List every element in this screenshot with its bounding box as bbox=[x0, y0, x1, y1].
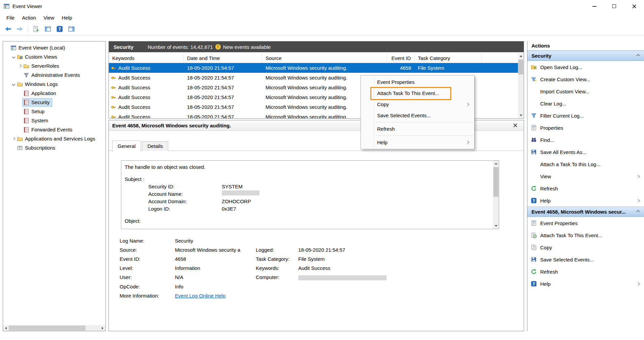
tab-details[interactable]: Details bbox=[142, 141, 168, 151]
event-log-online-help-link[interactable]: Event Log Online Help bbox=[175, 293, 225, 299]
show-console-tree-button[interactable] bbox=[42, 24, 53, 34]
expander-collapsed-icon[interactable] bbox=[17, 65, 23, 67]
titlebar: Event Viewer bbox=[0, 0, 644, 12]
menu-separator bbox=[375, 122, 473, 122]
context-menu-save-selected-events[interactable]: Save Selected Events... bbox=[361, 110, 474, 121]
scroll-down-button[interactable] bbox=[518, 113, 524, 118]
log-summary-bar: Security Number of events: 14,42,671 ! N… bbox=[109, 41, 524, 52]
help-icon bbox=[531, 281, 537, 287]
action-refresh-event[interactable]: Refresh bbox=[527, 266, 644, 278]
action-attach-a-task-to-this-log[interactable]: Attach a Task To this Log... bbox=[527, 158, 644, 170]
action-find[interactable]: Find... bbox=[527, 134, 644, 146]
save-icon bbox=[531, 256, 537, 262]
column-header-source[interactable]: Source bbox=[262, 53, 387, 63]
scroll-right-button[interactable] bbox=[100, 325, 105, 331]
export-list-button[interactable] bbox=[31, 24, 41, 34]
column-header-event-id[interactable]: Event ID bbox=[387, 53, 415, 63]
action-properties[interactable]: Properties bbox=[527, 122, 644, 134]
object-heading: Object: bbox=[125, 217, 489, 225]
scrollbar-thumb[interactable] bbox=[9, 326, 86, 331]
tree-item-applications-and-services-logs[interactable]: Applications and Services Logs bbox=[3, 134, 105, 143]
scrollbar-thumb[interactable] bbox=[518, 60, 523, 74]
menu-action[interactable]: Action bbox=[18, 13, 40, 22]
event-description-box[interactable]: The handle to an object was closed. Subj… bbox=[121, 160, 499, 229]
menu-file[interactable]: File bbox=[3, 13, 18, 22]
scroll-left-button[interactable] bbox=[3, 325, 9, 331]
audit-success-key-icon bbox=[111, 75, 116, 81]
tree-item-custom-views[interactable]: Custom Views bbox=[3, 52, 105, 61]
actions-section-security[interactable]: Security bbox=[527, 51, 644, 61]
tree-item-setup[interactable]: Setup bbox=[3, 107, 105, 116]
scroll-up-button[interactable] bbox=[493, 161, 499, 166]
action-copy[interactable]: Copy bbox=[527, 241, 644, 253]
tree-item-serverroles[interactable]: ServerRoles bbox=[3, 61, 105, 70]
description-vertical-scrollbar[interactable] bbox=[493, 161, 499, 229]
folder-icon bbox=[17, 136, 23, 142]
action-help-event[interactable]: Help bbox=[527, 278, 644, 290]
maximize-button[interactable] bbox=[604, 0, 624, 12]
help-icon bbox=[531, 197, 537, 204]
submenu-chevron-icon bbox=[637, 282, 640, 285]
filter-icon bbox=[531, 113, 537, 119]
field-value: Audit Success bbox=[298, 265, 406, 271]
audit-success-key-icon bbox=[111, 85, 116, 90]
redacted-account-name bbox=[222, 190, 259, 195]
tree-item-event-viewer-local[interactable]: Event Viewer (Local) bbox=[3, 43, 105, 52]
tree-horizontal-scrollbar[interactable] bbox=[3, 325, 105, 331]
context-menu-refresh[interactable]: Refresh bbox=[361, 123, 474, 134]
column-header-keywords[interactable]: Keywords bbox=[109, 53, 184, 63]
actions-section-event-4658[interactable]: Event 4658, Microsoft Windows secur... bbox=[527, 207, 644, 217]
action-open-saved-log[interactable]: Open Saved Log... bbox=[527, 61, 644, 73]
tree-item-subscriptions[interactable]: Subscriptions bbox=[3, 143, 105, 152]
context-menu-attach-task-to-this-event[interactable]: Attach Task To This Event... bbox=[361, 88, 474, 99]
collapse-icon bbox=[637, 210, 640, 214]
expander-expanded-icon[interactable] bbox=[11, 56, 16, 58]
tree-item-windows-logs[interactable]: Windows Logs bbox=[3, 80, 105, 89]
back-button[interactable] bbox=[3, 24, 13, 34]
column-header-task-category[interactable]: Task Category bbox=[415, 53, 482, 63]
event-list-vertical-scrollbar[interactable] bbox=[518, 53, 524, 118]
tree-item-administrative-events[interactable]: Administrative Events bbox=[3, 70, 105, 80]
close-icon bbox=[632, 4, 637, 9]
show-action-pane-button[interactable] bbox=[66, 24, 76, 34]
forward-button[interactable] bbox=[14, 24, 25, 34]
toolbar-help-button[interactable] bbox=[54, 24, 65, 34]
tab-general[interactable]: General bbox=[112, 141, 141, 151]
submenu-chevron-icon bbox=[466, 141, 469, 144]
menu-view[interactable]: View bbox=[40, 13, 58, 22]
action-import-custom-view[interactable]: Import Custom View... bbox=[527, 85, 644, 97]
scrollbar-thumb[interactable] bbox=[493, 167, 498, 197]
tree-item-security[interactable]: Security bbox=[3, 98, 105, 107]
column-header-date-and-time[interactable]: Date and Time bbox=[184, 53, 262, 63]
minimize-button[interactable] bbox=[584, 0, 604, 12]
action-save-all-events-as[interactable]: Save All Events As... bbox=[527, 146, 644, 158]
tree-item-application[interactable]: Application bbox=[3, 89, 105, 98]
event-row-selected[interactable]: Audit Success 18-05-2020 21:54:57 Micros… bbox=[109, 63, 524, 73]
scroll-up-button[interactable] bbox=[518, 53, 524, 59]
action-event-properties[interactable]: Event Properties bbox=[527, 217, 644, 229]
close-preview-icon[interactable] bbox=[512, 122, 518, 128]
action-view[interactable]: View bbox=[527, 170, 644, 182]
window-title: Event Viewer bbox=[12, 3, 42, 9]
event-log-icon bbox=[23, 109, 29, 115]
action-help[interactable]: Help bbox=[527, 194, 644, 207]
scroll-down-button[interactable] bbox=[493, 223, 499, 229]
action-save-selected-events[interactable]: Save Selected Events... bbox=[527, 253, 644, 266]
event-context-menu: Event Properties Attach Task To This Eve… bbox=[361, 75, 474, 149]
action-refresh[interactable]: Refresh bbox=[527, 182, 644, 194]
actions-title: Actions bbox=[527, 41, 644, 51]
expander-collapsed-icon[interactable] bbox=[11, 137, 16, 140]
close-button[interactable] bbox=[624, 0, 644, 12]
log-name: Security bbox=[114, 44, 133, 50]
action-filter-current-log[interactable]: Filter Current Log... bbox=[527, 110, 644, 122]
tree-item-system[interactable]: System bbox=[3, 116, 105, 125]
context-menu-event-properties[interactable]: Event Properties bbox=[361, 76, 474, 88]
context-menu-help[interactable]: Help bbox=[361, 137, 474, 148]
tree-item-forwarded-events[interactable]: Forwarded Events bbox=[3, 125, 105, 134]
action-create-custom-view[interactable]: Create Custom View... bbox=[527, 73, 644, 85]
menu-help[interactable]: Help bbox=[58, 13, 76, 22]
context-menu-copy[interactable]: Copy bbox=[361, 99, 474, 110]
action-attach-task-to-this-event[interactable]: Attach Task To This Event... bbox=[527, 229, 644, 241]
expander-expanded-icon[interactable] bbox=[11, 83, 16, 85]
action-clear-log[interactable]: Clear Log... bbox=[527, 97, 644, 110]
